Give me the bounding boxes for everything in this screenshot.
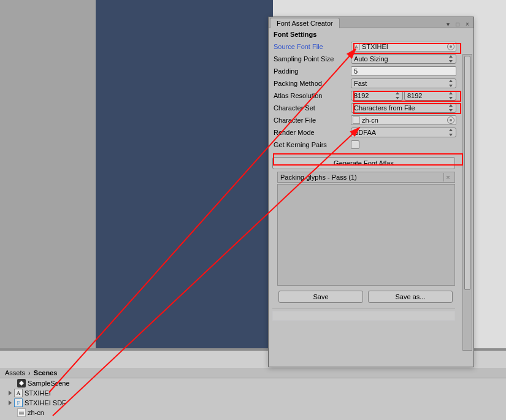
- render-label: Render Mode: [271, 129, 351, 136]
- font-asset-creator-window: Font Asset Creator ▾ □ × Font Settings S…: [268, 17, 474, 367]
- editor-viewport: [0, 0, 273, 348]
- kerning-label: Get Kerning Pairs: [271, 141, 351, 148]
- text-mini-icon: [353, 116, 360, 124]
- options-icon[interactable]: ▾: [444, 20, 451, 28]
- padding-label: Padding: [271, 67, 351, 75]
- generate-label: Generate Font Atlas: [334, 159, 394, 167]
- object-picker-icon[interactable]: [447, 43, 454, 50]
- tree-row-stxihei[interactable]: A STXIHEI: [0, 388, 506, 398]
- row-packing: Packing Method Fast: [271, 77, 456, 90]
- scene-view[interactable]: [96, 0, 273, 348]
- tree-label: zh-cn: [28, 409, 44, 416]
- source-font-label: Source Font File: [271, 43, 351, 50]
- project-browser: Assets › Scenes SampleScene A STXIHEI F …: [0, 368, 506, 420]
- breadcrumb[interactable]: Assets › Scenes: [0, 368, 506, 378]
- window-tab[interactable]: Font Asset Creator: [270, 18, 340, 28]
- padding-value: 5: [354, 67, 358, 75]
- render-dropdown[interactable]: SDFAA: [351, 128, 456, 137]
- sampling-value: Auto Sizing: [354, 55, 388, 63]
- row-sampling: Sampling Point Size Auto Sizing: [271, 53, 456, 65]
- source-font-value: STXIHEI: [362, 43, 388, 50]
- sampling-dropdown[interactable]: Auto Sizing: [351, 54, 456, 64]
- charfile-value: zh-cn: [362, 116, 378, 124]
- packing-label: Packing Method: [271, 80, 351, 87]
- atlas-preview: [277, 184, 455, 286]
- sdf-font-icon: F: [14, 399, 23, 407]
- atlas-h: 8192: [407, 92, 422, 99]
- dropdown-arrows-icon: [395, 92, 400, 99]
- generate-font-atlas-button[interactable]: Generate Font Atlas: [272, 157, 455, 169]
- save-as-label: Save as...: [396, 293, 426, 300]
- charfile-field[interactable]: zh-cn: [351, 115, 456, 125]
- dropdown-arrows-icon: [448, 55, 453, 63]
- tree-row-samplescene[interactable]: SampleScene: [0, 378, 506, 388]
- tree-label: STXIHEI SDF: [25, 399, 66, 407]
- breadcrumb-scenes[interactable]: Scenes: [34, 369, 58, 376]
- row-padding: Padding 5: [271, 65, 456, 77]
- dropdown-arrows-icon: [448, 92, 453, 99]
- save-button[interactable]: Save: [278, 291, 363, 303]
- tree-row-zhcn[interactable]: zh-cn: [0, 408, 506, 418]
- atlas-label: Atlas Resolution: [271, 92, 351, 99]
- font-settings-header: Font Settings: [269, 28, 473, 40]
- dropdown-arrows-icon: [448, 129, 453, 136]
- packing-dropdown[interactable]: Fast: [351, 78, 456, 88]
- tree-label: STXIHEI: [25, 389, 51, 397]
- row-kerning: Get Kerning Pairs: [271, 139, 456, 151]
- breadcrumb-sep: ›: [28, 369, 31, 376]
- atlas-height-dropdown[interactable]: 8192: [404, 91, 456, 101]
- close-icon[interactable]: ×: [464, 20, 471, 28]
- tree-row-stxihei-sdf[interactable]: F STXIHEI SDF: [0, 398, 506, 408]
- row-render-mode: Render Mode SDFAA: [271, 126, 456, 139]
- row-charset: Character Set Characters from File: [271, 102, 456, 114]
- row-charfile: Character File zh-cn: [271, 114, 456, 126]
- maximize-icon[interactable]: □: [454, 20, 461, 28]
- status-close-icon[interactable]: ×: [443, 173, 452, 181]
- font-mini-icon: A: [353, 43, 360, 50]
- window-tab-bar: Font Asset Creator ▾ □ ×: [269, 17, 473, 28]
- atlas-width-dropdown[interactable]: 8192: [351, 91, 403, 101]
- foldout-icon[interactable]: [9, 391, 12, 395]
- dropdown-arrows-icon: [448, 104, 453, 112]
- packing-value: Fast: [354, 80, 367, 87]
- save-as-button[interactable]: Save as...: [368, 291, 453, 303]
- charfile-label: Character File: [271, 116, 351, 124]
- kerning-checkbox[interactable]: [351, 140, 359, 149]
- font-icon: A: [14, 389, 23, 397]
- charset-label: Character Set: [271, 104, 351, 112]
- scrollbar-thumb[interactable]: [464, 56, 470, 290]
- charset-value: Characters from File: [354, 104, 415, 112]
- sampling-label: Sampling Point Size: [271, 55, 351, 63]
- padding-input[interactable]: 5: [351, 66, 456, 76]
- settings-panel: Source Font File A STXIHEI Sampling Poin…: [269, 40, 459, 321]
- status-row: Packing glyphs - Pass (1) ×: [277, 172, 455, 183]
- dropdown-arrows-icon: [448, 80, 453, 87]
- save-label: Save: [313, 293, 328, 300]
- bottom-empty-row: [272, 311, 455, 321]
- vertical-scrollbar[interactable]: [462, 54, 472, 351]
- foldout-icon[interactable]: [9, 400, 12, 405]
- source-font-field[interactable]: A STXIHEI: [351, 42, 456, 52]
- charset-dropdown[interactable]: Characters from File: [351, 103, 456, 113]
- row-atlas-resolution: Atlas Resolution 8192 8192: [271, 90, 456, 102]
- row-source-font: Source Font File A STXIHEI: [271, 40, 456, 53]
- breadcrumb-assets[interactable]: Assets: [5, 369, 25, 376]
- separator: [272, 308, 455, 308]
- object-picker-icon[interactable]: [447, 116, 454, 124]
- atlas-w: 8192: [354, 92, 369, 99]
- render-value: SDFAA: [354, 129, 376, 136]
- tree-label: SampleScene: [28, 380, 70, 387]
- status-text: Packing glyphs - Pass (1): [280, 174, 357, 181]
- unity-scene-icon: [17, 379, 26, 388]
- text-file-icon: [17, 408, 26, 417]
